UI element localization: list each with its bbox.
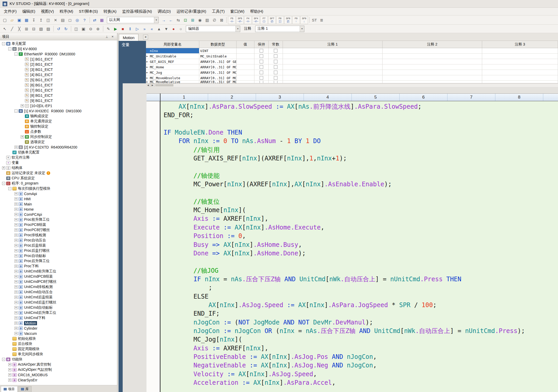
tree-item[interactable]: +单元通用设定 (0, 119, 117, 124)
checkbox[interactable] (274, 71, 277, 74)
var-value-cell[interactable] (237, 70, 254, 75)
var-retain-cell[interactable] (254, 75, 269, 80)
tree-item[interactable]: +Proc自动贴标 (0, 253, 117, 258)
pin-icon[interactable] (105, 34, 109, 39)
tree-item[interactable]: +Home (0, 207, 117, 212)
var-value-cell[interactable] (237, 81, 254, 83)
var-type-cell[interactable]: MC_UnitEnable (199, 54, 237, 59)
script-list-icon[interactable]: ≣ (318, 17, 325, 23)
expand-icon[interactable]: + (14, 218, 18, 221)
tree-item[interactable]: +[2] BG1_EICT (0, 62, 117, 67)
expand-icon[interactable]: + (14, 249, 18, 252)
tree-item[interactable]: +Vaccum (0, 331, 117, 336)
delete-cell-icon[interactable]: ▨ (45, 25, 52, 32)
var-comment-cell[interactable] (383, 59, 482, 64)
import-icon[interactable]: ↧ (30, 17, 37, 23)
tree-item[interactable]: +UnitCmd排线检测 (0, 284, 117, 290)
expand-icon[interactable]: + (14, 296, 18, 299)
var-value-cell[interactable] (237, 54, 254, 59)
var-comment-cell[interactable] (383, 81, 482, 83)
var-comment-cell[interactable] (383, 75, 482, 80)
var-comment-cell[interactable] (283, 54, 383, 59)
menu-item[interactable]: 监控器/模拟器(N) (119, 8, 155, 15)
expand-array-icon[interactable]: ▶ (146, 55, 150, 57)
clear-devices-icon[interactable]: ∅ (211, 17, 218, 23)
tree-item[interactable]: +结构体 (0, 165, 117, 171)
collapse-icon[interactable]: - (14, 53, 18, 56)
copy-icon[interactable]: ◫ (45, 17, 52, 23)
var-name-cell[interactable]: ▶MC_Jog (146, 70, 199, 75)
collapse-icon[interactable]: - (2, 42, 5, 45)
var-type-cell[interactable]: UINT (199, 48, 237, 53)
tree-item[interactable]: +Motion (0, 321, 117, 326)
fn-sf9-button[interactable]: SF9↓ (300, 16, 308, 24)
expand-icon[interactable]: + (14, 254, 18, 257)
checkbox[interactable] (260, 60, 263, 63)
checkbox[interactable] (274, 49, 277, 53)
tree-item[interactable]: -单元配置 (0, 41, 117, 46)
fn-sf5-button[interactable]: SF5⊣/⊢ (236, 16, 244, 24)
tree-item[interactable]: +UnitCmd自动贴标 (0, 305, 117, 310)
expand-icon[interactable]: + (14, 332, 18, 335)
fn-f7-button[interactable]: F7( ) (260, 16, 268, 24)
expand-icon[interactable]: + (14, 260, 18, 263)
var-column-header[interactable]: 常数 (269, 41, 283, 48)
move-down-icon[interactable]: ▼ (163, 25, 170, 32)
scroll-left-icon[interactable]: ◀ (146, 84, 150, 87)
tree-item[interactable]: +轴构成设定 (0, 114, 117, 119)
tree-item[interactable]: +ComPCApi (0, 212, 117, 217)
tree-item[interactable]: +[9] BG1_EICT (0, 98, 117, 103)
tree-item[interactable]: +Proc后盖组装 (0, 243, 117, 248)
menu-item[interactable]: 帮助(H) (247, 8, 266, 15)
var-value-cell[interactable] (237, 59, 254, 64)
var-constant-cell[interactable] (269, 59, 283, 64)
tree-item[interactable]: +固定周期模块 (0, 346, 117, 352)
tree-item[interactable]: -程序: 0_program (0, 181, 117, 186)
var-retain-cell[interactable] (254, 48, 269, 53)
var-retain-cell[interactable] (254, 64, 269, 70)
tree-item[interactable]: +UnitCmdPCB打螺丝 (0, 279, 117, 284)
var-retain-cell[interactable] (254, 54, 269, 59)
tree-item[interactable]: +HMI (0, 196, 117, 202)
expand-icon[interactable]: + (14, 239, 18, 242)
checkbox[interactable] (260, 71, 263, 74)
simulator-icon[interactable]: ⊞ (189, 17, 196, 23)
var-column-header[interactable]: 保持 (254, 41, 269, 48)
var-comment-cell[interactable] (482, 48, 558, 53)
tree-item[interactable]: +初始化模块 (0, 336, 117, 341)
tree-item[interactable]: +变量 (0, 160, 117, 165)
tree-item[interactable]: +UnitCmd前升降工位 (0, 269, 117, 274)
checkbox[interactable] (260, 76, 263, 80)
network-selector[interactable]: 以太网 (107, 17, 159, 23)
save-project-icon[interactable]: ▣ (16, 17, 23, 23)
tree-item[interactable]: +ProcPCB组装 (0, 222, 117, 227)
tree-item[interactable]: +CRC16_MODBUS (0, 372, 117, 378)
tree-item[interactable]: +后台模块 (0, 341, 117, 346)
undo-icon[interactable]: ↺ (55, 25, 62, 32)
var-column-header[interactable]: 注释 1 (283, 41, 383, 48)
expand-icon[interactable]: + (14, 306, 18, 309)
save-as-icon[interactable]: ▦ (23, 17, 30, 23)
help-icon[interactable]: ? (81, 17, 88, 23)
var-column-header[interactable]: 局部变量名 (146, 41, 199, 48)
var-retain-cell[interactable] (254, 81, 269, 83)
fn-f8-button[interactable]: F8[ ] (276, 16, 284, 24)
tree-item[interactable]: +切换单元配置 (0, 150, 117, 155)
tree-item[interactable]: +Proc前升降工位 (0, 217, 117, 222)
print-preview-icon[interactable]: ◻ (67, 17, 74, 23)
tree-item[interactable]: +ClearSysErr (0, 378, 117, 383)
tree-item[interactable]: -功能块 (0, 357, 117, 362)
var-column-header[interactable]: 值 (237, 41, 254, 48)
export-icon[interactable]: ↥ (38, 17, 45, 23)
menu-item[interactable]: 运转记录/重放(R) (174, 8, 209, 15)
print-icon[interactable]: ▤ (59, 17, 66, 23)
var-comment-cell[interactable] (283, 81, 383, 83)
variable-side-panel[interactable]: 变量 (119, 41, 146, 83)
expand-icon[interactable]: + (14, 265, 18, 268)
var-name-cell[interactable]: ▶MC_MoveAbsolute (146, 75, 199, 80)
var-retain-cell[interactable] (254, 70, 269, 75)
tree-item[interactable]: +[8] BG1_EICT (0, 93, 117, 98)
fn-f4-button[interactable]: F4⊣⊢ (244, 16, 252, 24)
expand-icon[interactable]: + (14, 197, 18, 201)
panel-tab-library[interactable]: 库 (18, 386, 32, 392)
